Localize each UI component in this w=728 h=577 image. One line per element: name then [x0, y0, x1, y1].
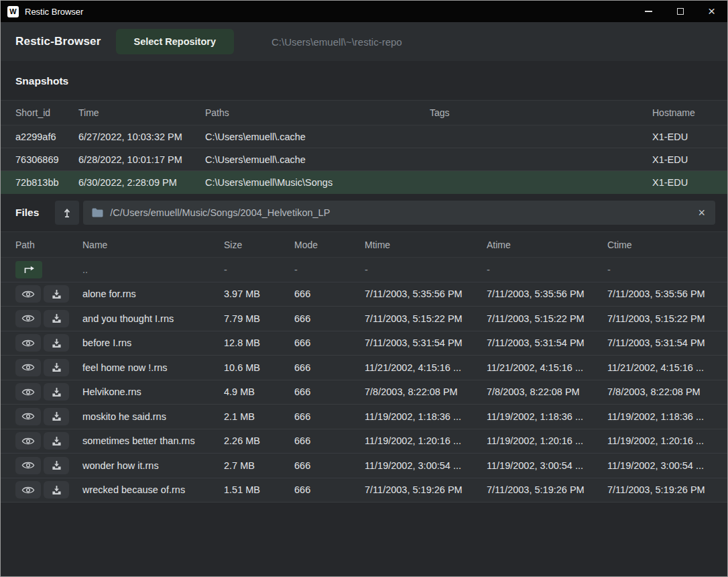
preview-file-button[interactable] — [15, 285, 41, 303]
snapshot-time: 6/30/2022, 2:28:09 PM — [78, 177, 205, 188]
file-row[interactable]: feel home now !.rns10.6 MB66611/21/2002,… — [1, 356, 727, 380]
file-mode: 666 — [294, 288, 365, 299]
preview-file-button[interactable] — [15, 310, 41, 327]
current-path-text: /C/Users/emuell/Music/Songs/2004_Helveti… — [110, 207, 696, 218]
file-name: wrecked because of.rns — [82, 484, 224, 495]
parent-directory-button[interactable] — [15, 261, 42, 278]
file-atime: 7/11/2003, 5:35:56 PM — [487, 288, 607, 299]
download-icon — [52, 411, 62, 421]
preview-file-button[interactable] — [15, 359, 41, 376]
column-short-id: Short_id — [15, 107, 78, 118]
file-name: and you thought I.rns — [82, 313, 224, 324]
preview-file-button[interactable] — [15, 383, 41, 401]
column-mode: Mode — [294, 240, 365, 250]
eye-icon — [21, 411, 35, 421]
snapshot-short-id: 76306869 — [15, 154, 78, 165]
eye-icon — [21, 436, 35, 446]
minimize-button[interactable] — [633, 1, 664, 22]
download-file-button[interactable] — [44, 481, 69, 499]
file-ctime: 7/11/2003, 5:15:22 PM — [607, 313, 715, 324]
column-atime: Atime — [487, 240, 607, 250]
file-mode: 666 — [294, 411, 365, 422]
file-name: moskito he said.rns — [82, 411, 224, 422]
snapshot-short-id: 72b813bb — [15, 177, 78, 188]
snapshot-row[interactable]: a2299af6 6/27/2022, 10:03:32 PM C:\Users… — [1, 125, 727, 148]
file-row[interactable]: before I.rns12.8 MB6667/11/2003, 5:31:54… — [1, 331, 727, 356]
download-icon — [52, 338, 62, 348]
eye-icon — [21, 338, 35, 348]
snapshot-time: 6/28/2022, 10:01:17 PM — [78, 154, 205, 165]
close-button[interactable]: × — [696, 1, 727, 22]
download-file-button[interactable] — [44, 285, 69, 303]
file-atime: 7/8/2003, 8:22:08 PM — [487, 386, 607, 397]
repository-path: C:\Users\emuell\~\restic-repo — [271, 36, 402, 48]
file-size: 2.1 MB — [224, 411, 294, 422]
file-row[interactable]: Helvikone.rns4.9 MB6667/8/2003, 8:22:08 … — [1, 380, 727, 405]
go-up-button[interactable] — [55, 201, 79, 225]
select-repository-button[interactable]: Select Repository — [116, 29, 235, 54]
maximize-button[interactable] — [664, 1, 696, 22]
eye-icon — [21, 387, 35, 397]
column-paths: Paths — [205, 107, 430, 118]
download-file-button[interactable] — [44, 334, 69, 352]
eye-icon — [21, 313, 35, 323]
download-file-button[interactable] — [44, 359, 69, 376]
file-mtime: 7/8/2003, 8:22:08 PM — [365, 386, 487, 397]
file-size: - — [224, 264, 294, 275]
file-name: wonder how it.rns — [82, 460, 224, 471]
preview-file-button[interactable] — [15, 432, 41, 450]
file-mode: 666 — [294, 435, 365, 446]
clear-path-button[interactable]: × — [696, 207, 707, 219]
file-mode: 666 — [294, 460, 365, 471]
window-controls: × — [633, 1, 727, 22]
eye-icon — [21, 485, 35, 495]
file-mtime: 7/11/2003, 5:19:26 PM — [365, 484, 487, 495]
snapshots-heading: Snapshots — [1, 61, 727, 100]
file-mode: 666 — [294, 313, 365, 324]
download-icon — [52, 436, 62, 446]
file-row[interactable]: moskito he said.rns2.1 MB66611/19/2002, … — [1, 405, 727, 429]
minimize-icon — [645, 11, 652, 12]
file-row[interactable]: wonder how it.rns2.7 MB66611/19/2002, 3:… — [1, 454, 727, 478]
download-file-button[interactable] — [44, 383, 69, 401]
snapshot-hostname: X1-EDU — [652, 177, 715, 188]
files-bar: Files /C/Users/emuell/Music/Songs/2004_H… — [1, 194, 727, 231]
file-name: .. — [82, 264, 224, 275]
file-row[interactable]: sometimes better than.rns2.26 MB66611/19… — [1, 429, 727, 454]
file-row[interactable]: alone for.rns3.97 MB6667/11/2003, 5:35:5… — [1, 282, 727, 307]
column-tags: Tags — [430, 107, 652, 118]
file-mtime: 11/19/2002, 1:20:16 ... — [365, 435, 487, 446]
current-path-bar[interactable]: /C/Users/emuell/Music/Songs/2004_Helveti… — [83, 201, 715, 225]
file-mode: 666 — [294, 386, 365, 397]
snapshot-row[interactable]: 76306869 6/28/2022, 10:01:17 PM C:\Users… — [1, 148, 727, 171]
download-icon — [52, 362, 62, 372]
snapshot-time: 6/27/2022, 10:03:32 PM — [78, 132, 205, 142]
download-file-button[interactable] — [44, 432, 69, 450]
file-row[interactable]: and you thought I.rns7.79 MB6667/11/2003… — [1, 307, 727, 331]
preview-file-button[interactable] — [15, 334, 41, 352]
file-name: feel home now !.rns — [82, 362, 224, 373]
download-file-button[interactable] — [44, 310, 69, 327]
return-arrow-icon — [22, 265, 36, 274]
file-mode: 666 — [294, 362, 365, 373]
preview-file-button[interactable] — [15, 408, 41, 425]
file-row[interactable]: wrecked because of.rns1.51 MB6667/11/200… — [1, 478, 727, 503]
preview-file-button[interactable] — [15, 457, 41, 474]
snapshot-paths: C:\Users\emuell\Music\Songs — [205, 177, 430, 188]
file-size: 3.97 MB — [224, 288, 294, 299]
file-atime: 11/19/2002, 1:18:36 ... — [487, 411, 607, 422]
snapshot-row-selected[interactable]: 72b813bb 6/30/2022, 2:28:09 PM C:\Users\… — [1, 171, 727, 194]
parent-directory-row[interactable]: .. - - - - - — [1, 258, 727, 282]
file-mtime: 7/11/2003, 5:31:54 PM — [365, 337, 487, 348]
download-file-button[interactable] — [44, 457, 69, 474]
file-size: 4.9 MB — [224, 386, 294, 397]
column-ctime: Ctime — [607, 240, 715, 250]
app-header: Restic-Browser Select Repository C:\User… — [1, 22, 727, 61]
file-mtime: 7/11/2003, 5:35:56 PM — [365, 288, 487, 299]
download-file-button[interactable] — [44, 408, 69, 425]
snapshot-short-id: a2299af6 — [15, 132, 78, 142]
app-title: Restic-Browser — [15, 35, 101, 48]
file-mtime: 11/19/2002, 1:18:36 ... — [365, 411, 487, 422]
preview-file-button[interactable] — [15, 481, 41, 499]
snapshots-table-header: Short_id Time Paths Tags Hostname — [1, 100, 727, 125]
